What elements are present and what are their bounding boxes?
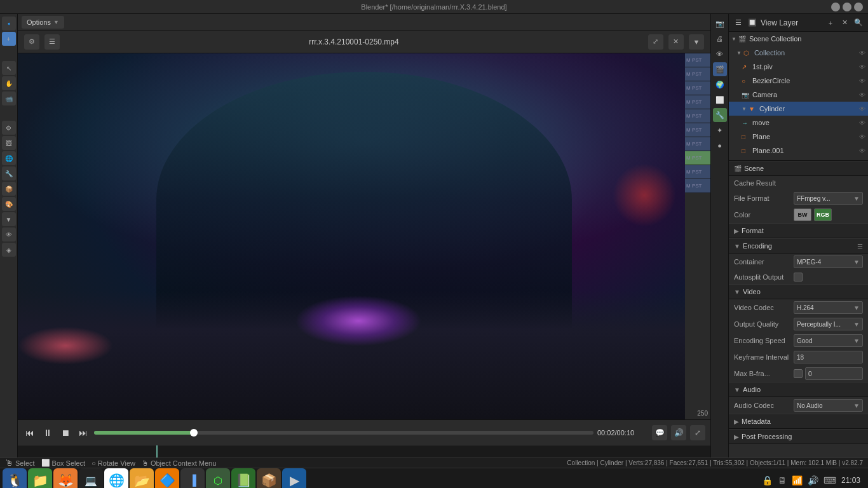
- taskbar-app-blender[interactable]: 🔷: [155, 468, 179, 488]
- autosplit-checkbox[interactable]: [794, 273, 803, 281]
- video-expand-button[interactable]: ⤢: [648, 34, 663, 50]
- select-status[interactable]: 🖱 Select: [5, 458, 35, 468]
- strip-2[interactable]: M PST: [685, 67, 710, 81]
- prop-icon-view[interactable]: 👁: [713, 47, 727, 61]
- strip-6[interactable]: M PST: [685, 123, 710, 137]
- object-row-plane001[interactable]: □ Plane.001 👁: [729, 144, 868, 158]
- object-row-1st-piv[interactable]: ↗ 1st.piv 👁: [729, 60, 868, 74]
- strip-10[interactable]: M PST: [685, 179, 710, 193]
- color-bw-button[interactable]: BW: [794, 208, 811, 221]
- obj-eye-5[interactable]: 👁: [859, 119, 865, 126]
- sidebar-icon-14[interactable]: ◈: [2, 243, 16, 257]
- sidebar-icon-3[interactable]: ↖: [2, 61, 16, 75]
- progress-thumb[interactable]: [190, 429, 198, 437]
- prop-icon-particles[interactable]: ✦: [713, 123, 727, 137]
- fast-forward-button[interactable]: ⏭: [76, 426, 90, 439]
- scene-section-header[interactable]: 🎬 Scene: [729, 161, 868, 176]
- taskbar-screen-icon[interactable]: 🖥: [778, 475, 787, 485]
- progress-bar[interactable]: [94, 431, 593, 435]
- taskbar-app-8[interactable]: ⬡: [206, 468, 230, 488]
- object-row-bezier[interactable]: ○ BezierCircle 👁: [729, 74, 868, 88]
- prop-icon-scene[interactable]: 🎬: [713, 62, 727, 76]
- max-bframes-input[interactable]: 0: [805, 367, 863, 380]
- prop-icon-material[interactable]: ●: [713, 139, 727, 152]
- post-processing-section-header[interactable]: ▶ Post Processing: [729, 429, 868, 444]
- object-row-camera[interactable]: 📷 Camera 👁: [729, 88, 868, 102]
- prop-icon-world[interactable]: 🌍: [713, 78, 727, 92]
- context-menu-status[interactable]: 🖱 Object Context Menu: [142, 459, 216, 467]
- audio-section-header[interactable]: ▼ Audio: [729, 382, 868, 397]
- video-codec-dropdown[interactable]: H.264 ▼: [794, 301, 863, 314]
- taskbar-wifi-icon[interactable]: 📶: [792, 475, 803, 485]
- sidebar-icon-8[interactable]: 🌐: [2, 151, 16, 165]
- pause-button[interactable]: ⏸: [41, 426, 55, 439]
- taskbar-app-terminal[interactable]: 💻: [79, 468, 103, 488]
- container-dropdown[interactable]: MPEG-4 ▼: [794, 255, 863, 268]
- object-row-plane[interactable]: □ Plane 👁: [729, 130, 868, 144]
- obj-eye-3[interactable]: 👁: [859, 92, 865, 98]
- obj-eye-6[interactable]: 👁: [859, 133, 865, 140]
- encoding-speed-dropdown[interactable]: Good ▼: [794, 334, 863, 347]
- encoding-section-header[interactable]: ▼ Encoding ☰: [729, 238, 868, 254]
- collection-eye-icon[interactable]: 👁: [859, 50, 865, 57]
- obj-eye-4[interactable]: 👁: [859, 105, 865, 112]
- obj-eye-2[interactable]: 👁: [859, 78, 865, 85]
- prop-icon-modifier[interactable]: 🔧: [713, 108, 727, 122]
- object-row-cylinder[interactable]: ▼ ▼ Cylinder 👁: [729, 102, 868, 116]
- file-format-dropdown[interactable]: FFmpeg v... ▼: [794, 192, 863, 205]
- taskbar-app-files[interactable]: 📁: [28, 468, 52, 488]
- sidebar-icon-4[interactable]: ✋: [2, 76, 16, 90]
- fullscreen-button[interactable]: ⤢: [690, 425, 705, 440]
- video-extra-btn[interactable]: ▼: [689, 34, 704, 50]
- stop-button[interactable]: ⏹: [58, 426, 72, 439]
- video-menu-button[interactable]: ☰: [44, 34, 60, 50]
- prop-icon-render[interactable]: 📷: [713, 17, 727, 30]
- volume-button[interactable]: 🔊: [671, 425, 686, 440]
- sidebar-icon-12[interactable]: ▼: [2, 212, 16, 226]
- sidebar-icon-11[interactable]: 🎨: [2, 197, 16, 211]
- prop-icon-output[interactable]: 🖨: [713, 32, 727, 46]
- outliner-close-icon[interactable]: ✕: [839, 17, 850, 29]
- taskbar-app-media[interactable]: ▶: [282, 468, 306, 488]
- strip-9[interactable]: M PST: [685, 165, 710, 179]
- rewind-button[interactable]: ⏮: [23, 426, 37, 439]
- strip-3[interactable]: M PST: [685, 81, 710, 95]
- sidebar-icon-7[interactable]: 🖼: [2, 136, 16, 150]
- strip-1[interactable]: M PST: [685, 53, 710, 67]
- maximize-button[interactable]: [843, 3, 851, 11]
- taskbar-app-firefox[interactable]: 🦊: [53, 468, 78, 488]
- taskbar-app-10[interactable]: 📦: [257, 468, 281, 488]
- sidebar-icon-9[interactable]: 🔧: [2, 166, 16, 180]
- strip-8[interactable]: M PST: [685, 151, 710, 165]
- video-settings-button[interactable]: ⚙: [24, 34, 39, 50]
- strip-5[interactable]: M PST: [685, 109, 710, 123]
- taskbar-volume-icon[interactable]: 🔊: [808, 475, 818, 485]
- sidebar-icon-10[interactable]: 📦: [2, 182, 16, 196]
- rotate-view-status[interactable]: ○ Rotate View: [92, 459, 135, 467]
- taskbar-app-9[interactable]: 📗: [231, 468, 255, 488]
- object-row-move[interactable]: → move 👁: [729, 116, 868, 130]
- format-section-header[interactable]: ▶ Format: [729, 223, 868, 238]
- metadata-section-header[interactable]: ▶ Metadata: [729, 414, 868, 429]
- taskbar-network-icon[interactable]: 🔒: [762, 475, 773, 485]
- prop-icon-object[interactable]: ⬜: [713, 93, 727, 107]
- close-button[interactable]: [854, 3, 863, 11]
- sidebar-icon-5[interactable]: 📹: [2, 92, 16, 105]
- outliner-add-icon[interactable]: +: [825, 17, 836, 29]
- max-bframes-checkbox[interactable]: [794, 369, 803, 378]
- sidebar-icon-2[interactable]: +: [2, 32, 16, 46]
- video-section-header[interactable]: ▼ Video: [729, 284, 868, 299]
- strip-4[interactable]: M PST: [685, 95, 710, 109]
- strip-7[interactable]: M PST: [685, 137, 710, 151]
- keyframe-interval-input[interactable]: 18: [794, 351, 863, 363]
- taskbar-app-manjaro[interactable]: 🐧: [3, 468, 27, 488]
- sidebar-icon-1[interactable]: 🔹: [2, 17, 16, 30]
- sidebar-icon-6[interactable]: ⚙: [2, 121, 16, 135]
- audio-codec-dropdown[interactable]: No Audio ▼: [794, 399, 863, 412]
- box-select-status[interactable]: ⬜ Box Select: [41, 459, 86, 467]
- taskbar-app-7[interactable]: ▐: [180, 468, 205, 488]
- options-button[interactable]: Options ▼: [22, 16, 64, 29]
- minimize-button[interactable]: [831, 3, 840, 11]
- taskbar-app-chrome[interactable]: 🌐: [104, 468, 128, 488]
- sidebar-icon-13[interactable]: 👁: [2, 227, 16, 241]
